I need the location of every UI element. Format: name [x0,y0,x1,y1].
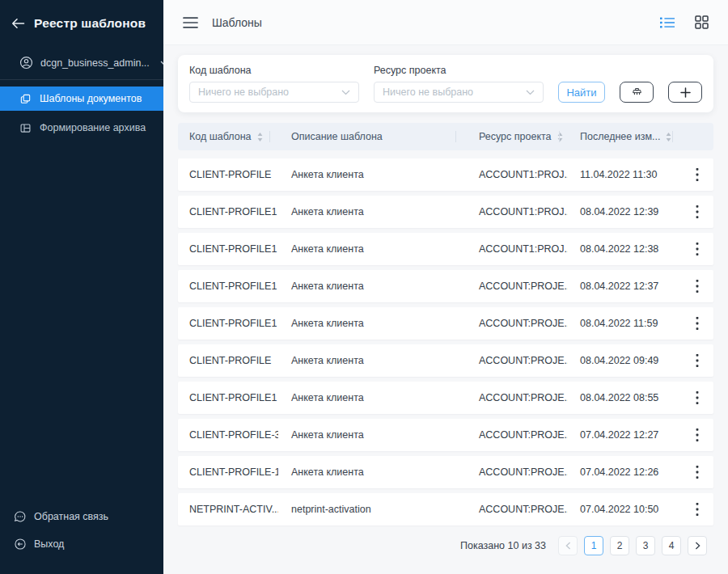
cell-last-modified: 08.04.2022 11:59 [568,318,681,329]
header-divider [672,131,673,142]
pagination-next-button[interactable] [688,536,707,555]
pagination: Показано 10 из 33 1 2 3 4 [178,536,713,555]
logout-link[interactable]: Выход [14,530,152,558]
kebab-vertical-icon [696,205,699,218]
search-button[interactable]: Найти [558,82,605,103]
table-row[interactable]: CLIENT-PROFILE Анкета клиента ACCOUNT:PR… [178,344,713,377]
logout-circle-icon [14,538,27,551]
filter-project-resource: Ресурс проекта Ничего не выбрано [374,65,544,103]
view-switcher [660,15,709,29]
cell-description: Анкета клиента [278,355,464,366]
row-menu-button[interactable] [689,351,705,370]
project-resource-select[interactable]: Ничего не выбрано [374,82,544,103]
content: Код шаблона Ничего не выбрано Ресурс про… [163,45,728,555]
list-view-icon[interactable] [660,17,675,28]
cell-description: Анкета клиента [278,169,464,180]
pagination-page-4[interactable]: 4 [662,536,681,555]
pagination-page-2[interactable]: 2 [610,536,629,555]
table-row[interactable]: NETPRINT-ACTIV... netprint-activation AC… [178,493,713,525]
kebab-vertical-icon [696,466,699,479]
cell-project-resource: ACCOUNT1:PROJ... [464,169,568,180]
table-row[interactable]: CLIENT-PROFILE1 Анкета клиента ACCOUNT:P… [178,270,713,302]
sidebar-back[interactable]: Реестр шаблонов [0,0,163,31]
archive-table-icon [19,122,32,134]
row-menu-button[interactable] [689,500,705,519]
sidebar-divider [0,79,163,80]
main-area: Шаблоны Код шаблона Ничего не выбрано [163,0,728,574]
row-menu-button[interactable] [689,425,705,445]
column-header-template-code[interactable]: Код шаблона [189,123,278,150]
person-circle-icon [19,56,33,70]
row-menu-button[interactable] [689,239,705,259]
add-template-button[interactable] [668,82,702,103]
cell-last-modified: 07.04.2022 12:26 [568,466,681,478]
cell-project-resource: ACCOUNT:PROJE... [464,504,568,515]
sort-icon[interactable] [666,133,671,141]
arrow-left-icon [11,18,25,29]
cell-template-code: NETPRINT-ACTIV... [189,504,278,515]
row-menu-button[interactable] [689,314,705,333]
filter-label: Код шаблона [189,65,359,76]
column-header-project-resource[interactable]: Ресурс проекта [464,123,568,150]
kebab-vertical-icon [696,503,699,516]
table-row[interactable]: CLIENT-PROFILE-1 Анкета клиента ACCOUNT:… [178,456,713,488]
header-divider [455,131,456,142]
table-row[interactable]: CLIENT-PROFILE Анкета клиента ACCOUNT1:P… [178,158,713,191]
plus-icon [680,87,691,98]
pagination-prev-button[interactable] [558,536,578,555]
table-row[interactable]: CLIENT-PROFILE1 Анкета клиента ACCOUNT:P… [178,382,713,414]
column-label: Ресурс проекта [479,131,552,142]
sidebar-title: Реестр шаблонов [34,16,146,31]
sort-icon[interactable] [257,133,263,141]
cell-description: Анкета клиента [278,206,464,217]
user-name: dcgn_business_admin... [40,57,150,69]
table-row[interactable]: CLIENT-PROFILE1 Анкета клиента ACCOUNT:P… [178,307,713,340]
cell-template-code: CLIENT-PROFILE-1 [189,466,278,478]
cell-last-modified: 08.04.2022 09:49 [568,355,681,366]
documents-copy-icon [19,93,32,105]
column-label: Описание шаблона [291,131,383,142]
grid-view-icon[interactable] [695,15,709,29]
row-menu-button[interactable] [689,165,705,184]
row-menu-button[interactable] [689,388,705,407]
row-menu-button[interactable] [689,202,705,222]
cell-project-resource: ACCOUNT1:PROJ... [464,243,568,255]
cell-template-code: CLIENT-PROFILE1 [189,206,278,217]
cell-template-code: CLIENT-PROFILE1 [189,281,278,292]
table-body: CLIENT-PROFILE Анкета клиента ACCOUNT1:P… [178,158,713,525]
cell-project-resource: ACCOUNT:PROJE... [464,466,568,478]
cell-description: Анкета клиента [278,429,464,441]
cell-project-resource: ACCOUNT:PROJE... [464,281,568,292]
cell-description: Анкета клиента [278,318,464,329]
brush-icon [631,87,643,99]
cell-description: Анкета клиента [278,281,464,292]
chat-bubble-icon [14,510,27,523]
chevron-down-icon [341,90,350,95]
column-header-last-modified[interactable]: Последнее изм... [568,123,681,150]
feedback-link[interactable]: Обратная связь [14,503,152,530]
table-row[interactable]: CLIENT-PROFILE1 Анкета клиента ACCOUNT1:… [178,233,713,265]
app-window: Реестр шаблонов dcgn_business_admin... Ш… [0,0,728,574]
cell-template-code: CLIENT-PROFILE-3 [189,429,278,441]
clear-filters-button[interactable] [620,82,654,103]
row-menu-button[interactable] [689,276,705,296]
user-menu[interactable]: dcgn_business_admin... [0,56,163,70]
cell-last-modified: 07.04.2022 12:27 [568,429,681,441]
logout-label: Выход [34,538,64,550]
cell-template-code: CLIENT-PROFILE1 [189,243,278,255]
sort-icon[interactable] [557,133,563,141]
table-row[interactable]: CLIENT-PROFILE1 Анкета клиента ACCOUNT1:… [178,196,713,228]
pagination-page-1[interactable]: 1 [584,536,603,555]
template-code-select[interactable]: Ничего не выбрано [189,82,359,103]
sidebar-item-document-templates[interactable]: Шаблоны документов [0,87,163,111]
kebab-vertical-icon [696,354,699,367]
hamburger-icon[interactable] [183,17,198,28]
table-row[interactable]: CLIENT-PROFILE-3 Анкета клиента ACCOUNT:… [178,419,713,451]
cell-template-code: CLIENT-PROFILE [189,355,278,366]
row-menu-button[interactable] [689,462,705,482]
column-label: Код шаблона [189,131,252,142]
pagination-page-3[interactable]: 3 [636,536,655,555]
column-header-description[interactable]: Описание шаблона [278,123,464,150]
sidebar-item-archive-creation[interactable]: Формирование архива [0,116,163,140]
kebab-vertical-icon [696,391,699,404]
